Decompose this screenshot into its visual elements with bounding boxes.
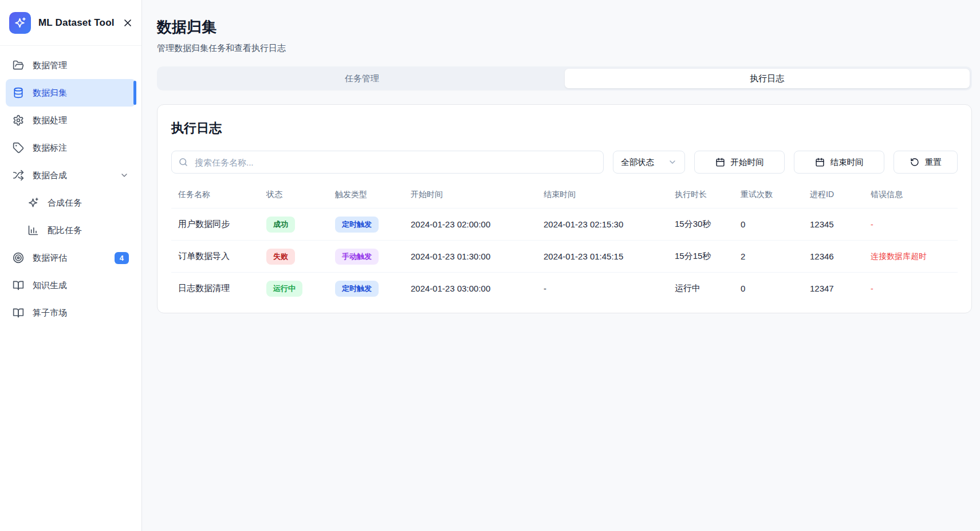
panel-title: 执行日志: [171, 120, 958, 137]
cell-error-message: -: [864, 273, 958, 305]
page-subtitle: 管理数据归集任务和查看执行日志: [157, 43, 972, 54]
table-row: 日志数据清理 运行中 定时触发 2024-01-23 03:00:00 - 运行…: [171, 273, 958, 305]
cell-task-name: 日志数据清理: [171, 273, 259, 305]
table-header-row: 任务名称状态触发类型开始时间结束时间执行时长重试次数进程ID错误信息: [171, 182, 958, 209]
tab-bar: 任务管理 执行日志: [157, 66, 972, 91]
calendar-icon: [815, 158, 825, 167]
column-header: 错误信息: [864, 182, 958, 209]
cell-retries: 0: [734, 273, 803, 305]
sidebar-item-label: 数据归集: [33, 88, 67, 99]
sidebar-item-label: 数据处理: [33, 115, 67, 126]
search-input[interactable]: [171, 151, 604, 174]
sidebar-nav: 数据管理 数据归集 数据处理 数据标注 数据合成 合成任务 配比任务 数据评估 …: [0, 46, 141, 531]
search-box: [171, 151, 604, 174]
cell-process-id: 12346: [803, 241, 864, 273]
search-icon: [178, 157, 188, 167]
cell-status: 成功: [259, 209, 328, 241]
end-time-label: 结束时间: [831, 157, 864, 168]
cell-start-time: 2024-01-23 03:00:00: [404, 273, 537, 305]
reset-label: 重置: [925, 157, 942, 168]
column-header: 重试次数: [734, 182, 803, 209]
sidebar-item-data-evaluation[interactable]: 数据评估 4: [6, 244, 136, 272]
sidebar-item-synthesis-task[interactable]: 合成任务: [6, 189, 136, 217]
cell-trigger: 定时触发: [328, 209, 404, 241]
cell-duration: 15分15秒: [668, 241, 734, 273]
sidebar-item-label: 数据管理: [33, 60, 67, 71]
database-icon: [13, 87, 24, 99]
sidebar-item-label: 合成任务: [48, 198, 82, 209]
column-header: 进程ID: [803, 182, 864, 209]
sidebar-item-label: 数据标注: [33, 143, 67, 154]
status-filter-value: 全部状态: [621, 157, 654, 168]
tab-execution-logs[interactable]: 执行日志: [565, 69, 970, 88]
chevron-down-icon: [120, 171, 129, 180]
sidebar-item-ratio-task[interactable]: 配比任务: [6, 217, 136, 244]
app-layout: ML Dataset Tool 数据管理 数据归集 数据处理 数据标注 数据合成…: [0, 0, 980, 531]
table-body: 用户数据同步 成功 定时触发 2024-01-23 02:00:00 2024-…: [171, 209, 958, 305]
start-time-button[interactable]: 开始时间: [694, 151, 785, 174]
cell-task-name: 订单数据导入: [171, 241, 259, 273]
cell-process-id: 12345: [803, 209, 864, 241]
column-header: 触发类型: [328, 182, 404, 209]
sidebar-item-data-processing[interactable]: 数据处理: [6, 107, 136, 134]
execution-logs-panel: 执行日志 全部状态 开始时间 结束时间: [157, 104, 972, 313]
cell-start-time: 2024-01-23 01:30:00: [404, 241, 537, 273]
reset-icon: [910, 158, 919, 167]
bar-chart-icon: [27, 225, 39, 236]
status-badge: 失败: [266, 249, 295, 265]
table-row: 订单数据导入 失败 手动触发 2024-01-23 01:30:00 2024-…: [171, 241, 958, 273]
sidebar-item-label: 算子市场: [33, 308, 67, 318]
cell-trigger: 手动触发: [328, 241, 404, 273]
cell-end-time: -: [537, 273, 668, 305]
target-icon: [13, 252, 24, 263]
gear-icon: [13, 115, 24, 126]
sidebar-header: ML Dataset Tool: [0, 0, 141, 46]
cell-status: 失败: [259, 241, 328, 273]
status-badge: 成功: [266, 217, 295, 233]
sidebar-item-data-management[interactable]: 数据管理: [6, 52, 136, 79]
main-content: 数据归集 管理数据归集任务和查看执行日志 任务管理 执行日志 执行日志 全部状态…: [142, 0, 980, 531]
tag-icon: [13, 142, 24, 154]
sidebar-item-knowledge-generation[interactable]: 知识生成: [6, 272, 136, 299]
column-header: 任务名称: [171, 182, 259, 209]
cell-duration: 运行中: [668, 273, 734, 305]
reset-button[interactable]: 重置: [894, 151, 958, 174]
tab-task-management[interactable]: 任务管理: [159, 69, 565, 88]
sparkles-icon: [27, 197, 39, 209]
sidebar: ML Dataset Tool 数据管理 数据归集 数据处理 数据标注 数据合成…: [0, 0, 142, 531]
cell-task-name: 用户数据同步: [171, 209, 259, 241]
sidebar-item-data-annotation[interactable]: 数据标注: [6, 134, 136, 162]
sidebar-item-data-synthesis[interactable]: 数据合成: [6, 162, 136, 189]
status-badge: 运行中: [266, 281, 302, 297]
sidebar-item-data-collection[interactable]: 数据归集: [6, 79, 136, 107]
cell-error-message: 连接数据库超时: [864, 241, 958, 273]
trigger-badge: 手动触发: [335, 249, 379, 265]
status-filter-select[interactable]: 全部状态: [613, 151, 685, 174]
sparkles-icon: [14, 17, 26, 29]
column-header: 结束时间: [537, 182, 668, 209]
end-time-button[interactable]: 结束时间: [794, 151, 884, 174]
cell-error-message: -: [864, 209, 958, 241]
app-title: ML Dataset Tool: [38, 17, 115, 29]
close-icon[interactable]: [122, 17, 133, 29]
cell-process-id: 12347: [803, 273, 864, 305]
start-time-label: 开始时间: [731, 157, 764, 168]
app-logo: [9, 12, 31, 34]
cell-status: 运行中: [259, 273, 328, 305]
column-header: 状态: [259, 182, 328, 209]
chevron-down-icon: [668, 158, 677, 167]
filter-bar: 全部状态 开始时间 结束时间 重置: [171, 151, 958, 174]
logs-table: 任务名称状态触发类型开始时间结束时间执行时长重试次数进程ID错误信息 用户数据同…: [171, 182, 958, 305]
shuffle-icon: [13, 170, 24, 181]
cell-start-time: 2024-01-23 02:00:00: [404, 209, 537, 241]
sidebar-item-label: 知识生成: [33, 280, 67, 291]
trigger-badge: 定时触发: [335, 217, 379, 233]
count-badge: 4: [115, 252, 129, 264]
book-open-icon: [13, 307, 24, 318]
trigger-badge: 定时触发: [335, 281, 379, 297]
cell-end-time: 2024-01-23 01:45:15: [537, 241, 668, 273]
cell-retries: 2: [734, 241, 803, 273]
table-row: 用户数据同步 成功 定时触发 2024-01-23 02:00:00 2024-…: [171, 209, 958, 241]
cell-retries: 0: [734, 209, 803, 241]
sidebar-item-operator-market[interactable]: 算子市场: [6, 299, 136, 327]
